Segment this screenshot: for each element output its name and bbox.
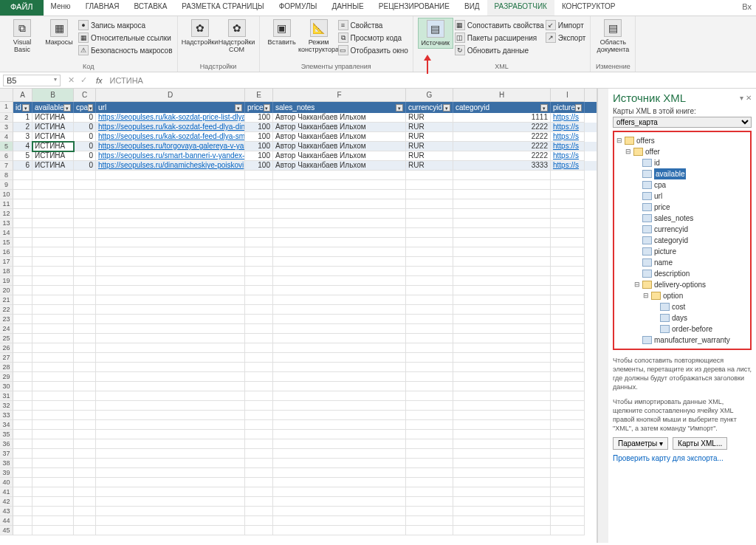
cell[interactable]: https://seopulses.ru/torgovaya-galereya-… (96, 142, 245, 151)
cell[interactable]: https://seopulses.ru/kak-sozdat-feed-dly… (96, 132, 245, 142)
cell[interactable] (96, 267, 245, 276)
cell[interactable] (406, 487, 453, 497)
cell[interactable] (245, 468, 273, 478)
cell[interactable]: ИСТИНА (32, 123, 74, 132)
cell[interactable] (551, 219, 585, 228)
row-header[interactable]: 13 (0, 219, 13, 228)
cell[interactable] (245, 276, 273, 286)
cell[interactable] (551, 507, 585, 516)
expand-icon[interactable]: ⊟ (642, 290, 649, 301)
cell[interactable] (406, 228, 453, 238)
cell[interactable] (96, 497, 245, 507)
cell[interactable] (74, 516, 96, 526)
cell[interactable] (13, 353, 32, 363)
cell[interactable] (406, 295, 453, 305)
cell[interactable] (551, 238, 585, 247)
cell[interactable] (406, 401, 453, 411)
cell[interactable] (32, 209, 74, 219)
cell[interactable] (245, 401, 273, 411)
tree-node-id[interactable]: id (616, 157, 749, 168)
xml-map-select[interactable]: offers_карта (613, 117, 752, 128)
cell[interactable] (551, 497, 585, 507)
row-header[interactable]: 1 (0, 102, 13, 113)
cell[interactable] (406, 209, 453, 219)
cell[interactable] (32, 228, 74, 238)
tab-формулы[interactable]: ФОРМУЛЫ (272, 0, 325, 16)
cell[interactable] (74, 219, 96, 228)
col-header-A[interactable]: A (13, 89, 32, 102)
cell[interactable] (13, 343, 32, 353)
cell[interactable]: 100 (245, 161, 273, 171)
cell[interactable] (96, 343, 245, 353)
cell[interactable] (551, 372, 585, 382)
cell[interactable] (551, 324, 585, 334)
cell[interactable]: Автор Чакканбаев Ильхом (273, 123, 406, 132)
cell[interactable] (74, 439, 96, 449)
col-header-E[interactable]: E (245, 89, 273, 102)
cell[interactable] (96, 439, 245, 449)
row-header[interactable]: 32 (0, 401, 13, 411)
cell[interactable] (32, 180, 74, 190)
cell[interactable] (32, 478, 74, 487)
cell[interactable]: https://seopulses.ru/smart-banneri-v-yan… (96, 151, 245, 161)
tab-разработчик[interactable]: РАЗРАБОТЧИК (487, 0, 554, 16)
cell[interactable] (273, 324, 406, 334)
cell[interactable] (551, 401, 585, 411)
cell[interactable] (96, 516, 245, 526)
cell[interactable] (551, 478, 585, 487)
cell[interactable] (245, 315, 273, 324)
cell[interactable] (96, 247, 245, 257)
cell[interactable]: 2222 (453, 151, 551, 161)
cell[interactable] (551, 487, 585, 497)
cell[interactable] (551, 526, 585, 535)
cell[interactable] (96, 180, 245, 190)
cell[interactable] (273, 247, 406, 257)
cell[interactable] (74, 449, 96, 459)
cell[interactable] (273, 353, 406, 363)
worksheet[interactable]: ABCDEFGHI 1id▾available▾cpa▾url▾price▾sa… (0, 89, 597, 543)
cell[interactable]: https://s (551, 161, 585, 171)
cell[interactable] (245, 334, 273, 343)
cell[interactable] (453, 516, 551, 526)
row-header[interactable]: 5 (0, 142, 13, 151)
cell[interactable] (406, 190, 453, 199)
col-header-H[interactable]: H (453, 89, 551, 102)
cell[interactable] (13, 171, 32, 180)
cell[interactable] (245, 324, 273, 334)
cell[interactable] (32, 487, 74, 497)
cell[interactable] (13, 305, 32, 315)
row-header[interactable]: 39 (0, 468, 13, 478)
cell[interactable]: RUR (406, 161, 453, 171)
record-macro-button[interactable]: ●Запись макроса (78, 19, 173, 31)
select-all[interactable] (0, 89, 13, 102)
cell[interactable] (245, 267, 273, 276)
cell[interactable] (551, 295, 585, 305)
cell[interactable] (551, 382, 585, 391)
cell[interactable] (13, 315, 32, 324)
cell[interactable] (453, 372, 551, 382)
cell[interactable] (32, 439, 74, 449)
filter-icon[interactable]: ▾ (235, 104, 242, 112)
cell[interactable] (74, 190, 96, 199)
com-addins-button[interactable]: ✿Надстройки COM (219, 18, 255, 55)
cell[interactable] (273, 487, 406, 497)
tab-рецензирование[interactable]: РЕЦЕНЗИРОВАНИЕ (371, 0, 457, 16)
cell[interactable] (453, 171, 551, 180)
panel-dropdown-icon[interactable]: ▾ (740, 94, 743, 102)
tree-node-picture[interactable]: picture (616, 246, 749, 257)
cell[interactable]: Автор Чакканбаев Ильхом (273, 142, 406, 151)
table-header-cpa[interactable]: cpa▾ (74, 102, 96, 113)
cell[interactable] (406, 343, 453, 353)
cell[interactable] (406, 507, 453, 516)
cell[interactable] (74, 286, 96, 295)
cell[interactable] (245, 372, 273, 382)
cell[interactable] (273, 334, 406, 343)
cell[interactable]: https://s (551, 132, 585, 142)
cell[interactable] (74, 209, 96, 219)
cell[interactable] (32, 507, 74, 516)
cell[interactable] (74, 295, 96, 305)
cell[interactable] (453, 382, 551, 391)
xml-maps-button[interactable]: Карты XML... (673, 437, 727, 450)
table-header-id[interactable]: id▾ (13, 102, 32, 113)
cell[interactable] (273, 497, 406, 507)
